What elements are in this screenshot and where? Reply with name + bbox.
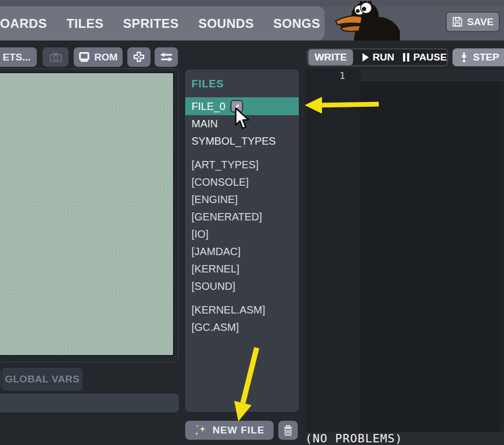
file-row-jamdac[interactable]: [JAMDAC]	[185, 243, 299, 260]
board-canvas-frame	[0, 68, 179, 362]
dpad-icon	[133, 51, 145, 64]
run-button[interactable]: RUN	[362, 52, 394, 63]
file-row-engine[interactable]: [ENGINE]	[185, 191, 299, 208]
file-row-symbol-types[interactable]: SYMBOL_TYPES	[185, 133, 299, 150]
file-row-main[interactable]: MAIN	[185, 115, 299, 133]
file-row-kernel-asm[interactable]: [KERNEL.ASM]	[185, 301, 299, 319]
assets-label: ETS...	[3, 52, 31, 63]
file-label: [KERNEL]	[191, 263, 239, 275]
file-label: MAIN	[191, 118, 218, 130]
files-panel-title: FILES	[191, 78, 299, 90]
file-label: [GC.ASM]	[191, 321, 239, 333]
file-row-art-types[interactable]: [ART_TYPES]	[185, 156, 299, 174]
file-label: [SOUND]	[191, 280, 235, 292]
step-down-icon	[460, 52, 468, 63]
file-label: [ENGINE]	[191, 194, 238, 206]
file-row-file0[interactable]: FILE_0	[185, 97, 299, 115]
floppy-disk-icon	[452, 16, 463, 27]
new-file-label: NEW FILE	[213, 424, 265, 436]
file-label: [JAMDAC]	[191, 246, 240, 258]
assets-button[interactable]: ETS...	[0, 47, 37, 67]
trash-icon	[283, 425, 293, 436]
tab-global-vars[interactable]: GLOBAL VARS	[2, 368, 83, 391]
rename-file-button[interactable]	[230, 100, 243, 113]
swap-button[interactable]	[155, 47, 178, 67]
pause-label: PAUSE	[413, 52, 447, 63]
code-line-1[interactable]	[361, 69, 504, 81]
save-label: SAVE	[467, 16, 493, 28]
file-row-console[interactable]: [CONSOLE]	[185, 174, 299, 191]
write-mode-button[interactable]: WRITE	[308, 49, 353, 65]
dpad-button[interactable]	[127, 47, 150, 67]
board-canvas[interactable]	[0, 72, 174, 356]
file-label: [IO]	[191, 228, 208, 240]
new-file-button[interactable]: NEW FILE	[185, 421, 274, 440]
file-row-generated[interactable]: [GENERATED]	[185, 208, 299, 226]
tab-sprites[interactable]: SPRITES	[123, 16, 179, 31]
pause-button[interactable]: PAUSE	[403, 52, 447, 63]
file-label: [GENERATED]	[191, 211, 262, 223]
step-label: STEP	[473, 52, 499, 63]
line-number-gutter: 1	[305, 68, 361, 432]
rom-label: ROM	[94, 52, 117, 63]
ide-app: OARDS TILES SPRITES SOUNDS SONGS	[0, 0, 504, 445]
file-label: [CONSOLE]	[191, 176, 249, 188]
screenshot-button[interactable]	[43, 47, 68, 67]
pause-icon	[403, 53, 409, 62]
pencil-icon	[234, 103, 240, 110]
tab-songs[interactable]: SONGS	[274, 16, 320, 31]
run-toolbar: WRITE RUN PAUSE	[307, 48, 448, 66]
file-label: FILE_0	[191, 100, 225, 113]
left-tab-sliver[interactable]	[0, 368, 1, 391]
header-top-strip	[0, 0, 504, 6]
status-text: (NO PROBLEMS)	[305, 432, 402, 445]
problems-status-bar: (NO PROBLEMS)	[305, 432, 504, 445]
main-nav: OARDS TILES SPRITES SOUNDS SONGS	[0, 6, 325, 41]
save-button[interactable]: SAVE	[446, 12, 500, 32]
step-button[interactable]: STEP	[452, 48, 504, 66]
rom-button[interactable]: ROM	[74, 47, 123, 67]
play-icon	[362, 53, 369, 62]
bottom-left-bar	[0, 393, 179, 412]
swap-arrows-icon	[160, 53, 173, 62]
file-row-kernel[interactable]: [KERNEL]	[185, 260, 299, 278]
file-label: [KERNEL.ASM]	[191, 304, 265, 316]
tab-tiles[interactable]: TILES	[66, 16, 104, 31]
write-label: WRITE	[315, 52, 347, 63]
file-label: [ART_TYPES]	[191, 159, 258, 171]
crow-mascot	[331, 1, 400, 41]
file-row-io[interactable]: [IO]	[185, 226, 299, 243]
line-number: 1	[339, 70, 345, 81]
delete-file-button[interactable]	[278, 421, 298, 440]
file-row-sound[interactable]: [SOUND]	[185, 278, 299, 295]
run-label: RUN	[372, 52, 394, 63]
tab-sounds[interactable]: SOUNDS	[198, 16, 254, 31]
files-panel: FILES FILE_0 MAIN SYMBOL_TYPES [ART_TYPE…	[185, 69, 299, 412]
sparkles-icon	[194, 424, 208, 437]
camera-icon	[49, 53, 62, 62]
code-editor[interactable]: 1	[305, 68, 504, 432]
tab-boards[interactable]: OARDS	[0, 16, 47, 31]
monitor-icon	[78, 52, 90, 62]
editor-scrollbar[interactable]	[500, 81, 504, 432]
header: OARDS TILES SPRITES SOUNDS SONGS	[0, 0, 504, 41]
global-vars-label: GLOBAL VARS	[5, 373, 79, 385]
file-row-gc-asm[interactable]: [GC.ASM]	[185, 319, 299, 336]
file-label: SYMBOL_TYPES	[191, 135, 276, 147]
